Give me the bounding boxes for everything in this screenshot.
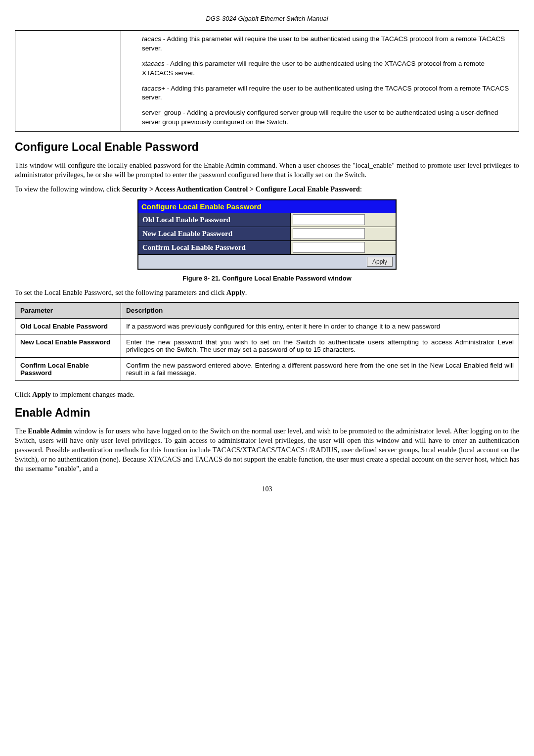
- confirm-password-input[interactable]: [293, 242, 365, 253]
- param-desc-new: Enter the new password that you wish to …: [121, 334, 519, 357]
- old-password-input[interactable]: [293, 214, 365, 225]
- label-new-password: New Local Enable Password: [138, 227, 291, 241]
- proto-tacacs: tacacs - Adding this parameter will requ…: [126, 35, 514, 53]
- header-description: Description: [121, 302, 519, 318]
- proto-desc: - Adding this parameter will require the…: [142, 35, 505, 52]
- input-wrap-confirm: [291, 241, 396, 255]
- proto-desc: - Adding this parameter will require the…: [142, 60, 485, 77]
- ea-p1: The: [15, 427, 28, 435]
- page-number: 103: [15, 485, 519, 493]
- an-bold: Apply: [32, 390, 51, 398]
- input-wrap-old: [291, 213, 396, 227]
- row-new-password: New Local Enable Password: [138, 227, 396, 241]
- section1-para2: To view the following window, click Secu…: [15, 185, 519, 194]
- parameter-description-table: Parameter Description Old Local Enable P…: [15, 302, 519, 381]
- apply-button[interactable]: Apply: [367, 257, 393, 267]
- section-title-configure-local: Configure Local Enable Password: [15, 141, 519, 154]
- protocol-description-cell: tacacs - Adding this parameter will requ…: [121, 31, 519, 132]
- proto-tacacs-plus: tacacs+ - Adding this parameter will req…: [126, 84, 514, 103]
- sp-bold: Apply: [226, 288, 245, 296]
- figure-caption: Figure 8- 21. Configure Local Enable Pas…: [15, 275, 519, 282]
- param-name-new: New Local Enable Password: [15, 334, 121, 357]
- set-params-instruction: To set the Local Enable Password, set th…: [15, 288, 519, 297]
- proto-name: tacacs: [142, 35, 161, 43]
- table-row: Old Local Enable Password If a password …: [15, 318, 519, 334]
- param-desc-old: If a password was previously configured …: [121, 318, 519, 334]
- proto-desc: - Adding a previously configured server …: [142, 109, 498, 126]
- enable-admin-para: The Enable Admin window is for users who…: [15, 426, 519, 474]
- table-row: New Local Enable Password Enter the new …: [15, 334, 519, 357]
- param-name-old: Old Local Enable Password: [15, 318, 121, 334]
- section-title-enable-admin: Enable Admin: [15, 406, 519, 420]
- section1-para1: This window will configure the locally e…: [15, 161, 519, 180]
- ea-b1: Enable Admin: [28, 427, 72, 435]
- sp-prefix: To set the Local Enable Password, set th…: [15, 288, 226, 296]
- manual-header: DGS-3024 Gigabit Ethernet Switch Manual: [15, 15, 519, 22]
- row-old-password: Old Local Enable Password: [138, 213, 396, 227]
- input-wrap-new: [291, 227, 396, 241]
- protocol-options-table: tacacs - Adding this parameter will requ…: [15, 30, 519, 132]
- proto-xtacacs: xtacacs - Adding this parameter will req…: [126, 59, 514, 78]
- table-header-row: Parameter Description: [15, 302, 519, 318]
- para2-prefix: To view the following window, click: [15, 185, 122, 193]
- row-confirm-password: Confirm Local Enable Password: [138, 241, 396, 255]
- header-parameter: Parameter: [15, 302, 121, 318]
- apply-changes-note: Click Apply to implement changes made.: [15, 390, 519, 399]
- new-password-input[interactable]: [293, 228, 365, 239]
- proto-server-group: server_group - Adding a previously confi…: [126, 108, 514, 127]
- sp-suffix: .: [245, 288, 247, 296]
- param-name-confirm: Confirm Local Enable Password: [15, 357, 121, 380]
- an-prefix: Click: [15, 390, 32, 398]
- apply-row: Apply: [138, 255, 396, 269]
- an-suffix: to implement changes made.: [51, 390, 135, 398]
- proto-name: tacacs+: [142, 85, 165, 92]
- para2-suffix: :: [360, 185, 362, 193]
- table-row: Confirm Local Enable Password Confirm th…: [15, 357, 519, 380]
- proto-desc: - Adding this parameter will require the…: [142, 85, 509, 101]
- label-old-password: Old Local Enable Password: [138, 213, 291, 227]
- proto-name: server_group: [142, 109, 181, 116]
- proto-name: xtacacs: [142, 60, 165, 67]
- param-desc-confirm: Confirm the new password entered above. …: [121, 357, 519, 380]
- config-window-title: Configure Local Enable Password: [138, 200, 396, 213]
- para2-bold-path: Security > Access Authentication Control…: [122, 185, 360, 193]
- header-rule: [15, 24, 519, 24]
- protocol-empty-cell: [15, 31, 121, 132]
- ea-p2: window is for users who have logged on t…: [15, 427, 519, 473]
- label-confirm-password: Confirm Local Enable Password: [138, 241, 291, 255]
- configure-local-enable-window: Configure Local Enable Password Old Loca…: [137, 199, 397, 270]
